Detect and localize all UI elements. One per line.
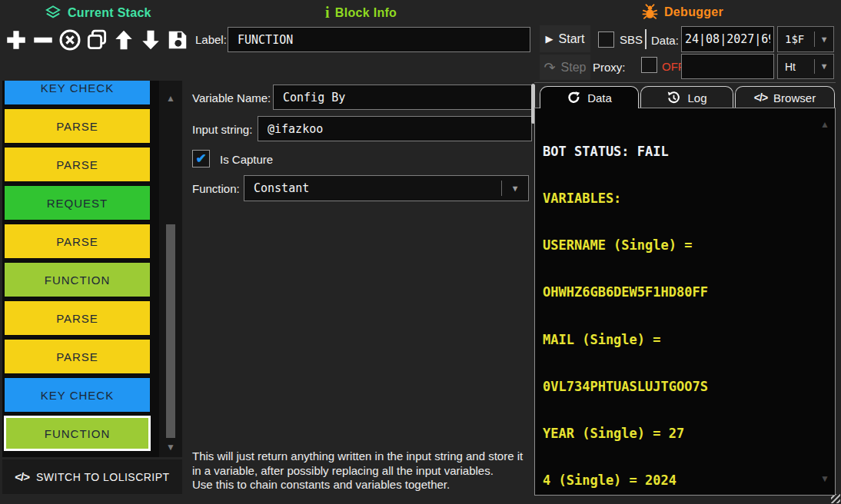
block-label: FUNCTION [45, 427, 111, 440]
stack-layers-icon [44, 4, 62, 22]
checkmark-icon: ✔ [195, 151, 206, 167]
arrow-down-icon [139, 28, 162, 51]
stack-block-parse[interactable]: PARSE [4, 147, 151, 182]
stack-toolbar [3, 25, 191, 55]
tab-data-label: Data [587, 91, 612, 104]
debugger-header: Debugger [641, 3, 723, 21]
function-dropdown[interactable]: Constant ▼ [244, 175, 529, 201]
scroll-down-icon[interactable]: ▼ [159, 442, 182, 453]
save-button[interactable] [165, 25, 191, 55]
debugger-title: Debugger [664, 5, 723, 19]
data-field-label: Data: [651, 34, 679, 47]
block-info-title: Block Info [335, 6, 397, 20]
stack-block-parse[interactable]: PARSE [4, 339, 151, 374]
chevron-down-icon: ▼ [815, 35, 833, 45]
proxy-field-label: Proxy: [593, 61, 626, 74]
function-label: Function: [192, 182, 240, 195]
move-up-button[interactable] [111, 25, 137, 55]
block-label: REQUEST [47, 197, 108, 210]
block-description: This will just return anything written i… [192, 449, 535, 492]
move-down-button[interactable] [138, 25, 164, 55]
code-icon: </> [754, 91, 767, 104]
block-info-header: i Block Info [325, 4, 397, 22]
stacker-window: Current Stack i Block Info Debugger [0, 0, 841, 504]
tab-browser[interactable]: </> Browser [735, 86, 835, 108]
add-block-button[interactable] [3, 25, 29, 55]
description-line: This will just return anything written i… [192, 449, 535, 464]
block-label: KEY CHECK [41, 81, 114, 94]
is-capture-checkbox[interactable]: ✔ [192, 150, 210, 167]
step-button-label: Step [561, 61, 587, 75]
stack-block-function[interactable]: FUNCTION [4, 262, 151, 297]
console-scroll-down-icon[interactable]: ▼ [820, 473, 829, 484]
function-value: Constant [244, 181, 501, 195]
input-string-input[interactable] [258, 116, 532, 141]
variable-name-label: Variable Name: [192, 91, 271, 104]
stack-block-keycheck[interactable]: KEY CHECK [4, 81, 151, 105]
label-field-label: Label: [195, 33, 227, 46]
clear-stack-button[interactable] [57, 25, 83, 55]
stack-scrollbar[interactable]: ▲ ▼ [159, 81, 182, 457]
info-icon: i [325, 4, 330, 22]
code-icon: </> [15, 470, 29, 483]
label-input[interactable] [228, 27, 530, 52]
console-line: BOT STATUS: FAIL [543, 144, 815, 159]
switch-button-label: SWITCH TO LOLISCRIPT [36, 471, 170, 483]
chevron-down-icon: ▼ [815, 61, 833, 71]
block-label: PARSE [56, 120, 98, 133]
step-button[interactable]: ↷ Step [540, 55, 590, 80]
console-line: USERNAME (Single) = [543, 237, 815, 253]
history-icon [666, 91, 681, 105]
console-line: 0VL734PHTUASLUJTGOO7S [543, 379, 815, 394]
duplicate-block-button[interactable] [84, 25, 110, 55]
switch-to-loliscript-button[interactable]: </> SWITCH TO LOLISCRIPT [2, 459, 182, 494]
start-button[interactable]: ▶ Start [540, 25, 590, 52]
proxy-type-value: Ht [778, 61, 814, 73]
arrow-up-icon [112, 28, 135, 51]
minus-icon [32, 28, 55, 51]
console-output: BOT STATUS: FAIL VARIABLES: USERNAME (Si… [543, 112, 815, 504]
console-line: 4 (Single) = 2024 [543, 472, 815, 488]
block-label: PARSE [56, 312, 98, 325]
scroll-up-icon[interactable]: ▲ [159, 93, 182, 104]
block-label: PARSE [56, 235, 98, 248]
stack-block-parse[interactable]: PARSE [4, 224, 151, 259]
proxy-checkbox[interactable] [641, 57, 657, 73]
stack-block-request[interactable]: REQUEST [4, 185, 151, 220]
debugger-divider [534, 82, 836, 83]
proxy-type-dropdown[interactable]: Ht ▼ [777, 54, 834, 79]
scrollbar-thumb[interactable] [166, 224, 175, 438]
copy-icon [85, 28, 108, 51]
play-icon: ▶ [546, 33, 553, 45]
sbs-checkbox[interactable] [598, 32, 614, 48]
wordlist-type-dropdown[interactable]: 1$F ▼ [777, 26, 834, 52]
stack-block-parse[interactable]: PARSE [4, 108, 151, 144]
input-string-label: Input string: [192, 123, 252, 136]
console-line: MAIL (Single) = [543, 332, 815, 347]
block-label: FUNCTION [45, 274, 111, 287]
save-icon [166, 28, 189, 51]
console-line: OHWHZ6GB6DEW5F1HD80FF [543, 284, 815, 300]
stack-block-parse[interactable]: PARSE [4, 300, 151, 336]
sbs-label: SBS [620, 33, 643, 46]
stack-block-keycheck[interactable]: KEY CHECK [4, 377, 151, 413]
remove-block-button[interactable] [30, 25, 56, 55]
proxy-input[interactable] [681, 54, 774, 79]
tab-data[interactable]: Data [540, 86, 639, 108]
current-stack-header: Current Stack [44, 4, 151, 22]
stack-block-function-selected[interactable]: FUNCTION [4, 416, 151, 451]
variable-name-input[interactable] [273, 85, 532, 110]
description-line: Use this to chain constants and variable… [192, 478, 535, 492]
block-stack-panel: KEY CHECK PARSE PARSE REQUEST PARSE FUNC… [2, 81, 182, 457]
refresh-icon [567, 91, 581, 105]
bug-icon [641, 3, 659, 21]
tab-log[interactable]: Log [640, 86, 733, 108]
console-scroll-up-icon[interactable]: ▲ [820, 119, 829, 130]
console-line: YEAR (Single) = 27 [543, 426, 815, 441]
current-stack-title: Current Stack [68, 6, 151, 20]
block-label: PARSE [56, 350, 98, 363]
description-line: in a variable, after possibly replacing … [192, 464, 535, 479]
block-list: KEY CHECK PARSE PARSE REQUEST PARSE FUNC… [4, 81, 151, 451]
tab-browser-label: Browser [773, 91, 816, 104]
data-input[interactable] [681, 26, 774, 52]
